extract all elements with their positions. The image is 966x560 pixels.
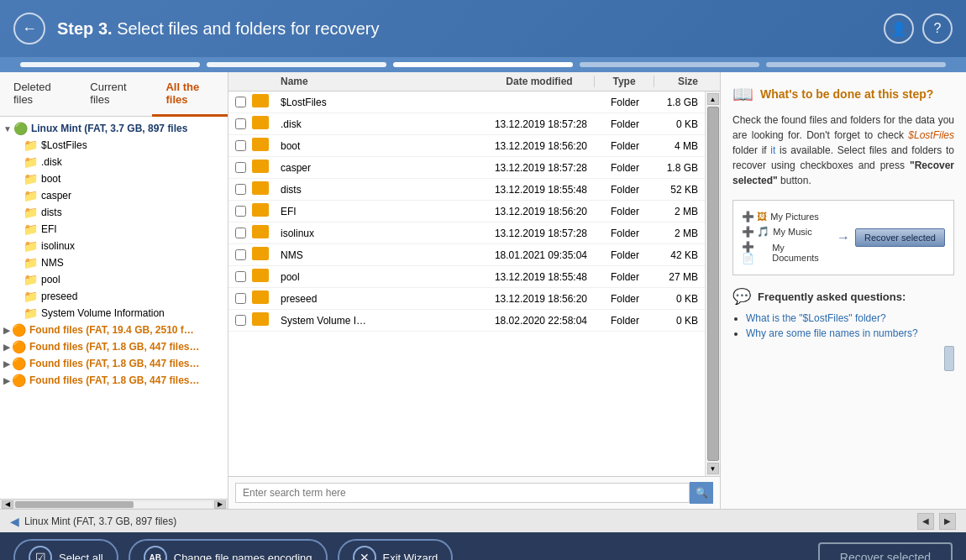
tree-item-found2[interactable]: ▶ 🟠 Found files (FAT, 1.8 GB, 447 files… xyxy=(0,338,228,355)
file-name: isolinux xyxy=(277,228,384,239)
tree-item-label: .disk xyxy=(41,156,62,168)
tree-item-found3[interactable]: ▶ 🟠 Found files (FAT, 1.8 GB, 447 files… xyxy=(0,355,228,372)
scroll-up[interactable]: ▲ xyxy=(707,93,719,105)
file-size: 2 MB xyxy=(654,206,705,217)
scroll-left[interactable]: ◀ xyxy=(2,500,13,509)
found-icon: 🟠 xyxy=(12,323,26,337)
tab-all[interactable]: All the files xyxy=(152,72,228,117)
file-size: 27 MB xyxy=(654,271,705,283)
faq-title: 💬 Frequently asked questions: xyxy=(732,287,954,306)
row-checkbox[interactable] xyxy=(235,184,246,195)
scroll-down[interactable]: ▼ xyxy=(707,463,719,474)
row-checkbox[interactable] xyxy=(235,206,246,217)
tree-item-disk[interactable]: 📁 .disk xyxy=(0,154,228,170)
demo-folder-icon: ➕ 📄 xyxy=(742,241,769,264)
exit-label: Exit Wizard xyxy=(383,552,438,561)
file-row[interactable]: $LostFiles Folder 1.8 GB xyxy=(228,92,705,113)
file-row[interactable]: NMS 18.01.2021 09:35:04 Folder 42 KB xyxy=(228,244,705,266)
scroll-thumb[interactable] xyxy=(707,107,719,461)
faq-link-1[interactable]: What is the "$LostFiles" folder? xyxy=(746,312,886,324)
select-all-label: Select all xyxy=(59,552,103,561)
tree-item-found4[interactable]: ▶ 🟠 Found files (FAT, 1.8 GB, 447 files… xyxy=(0,372,228,389)
expand-icon: ▼ xyxy=(3,124,12,133)
demo-folder-icon: ➕ 🖼 xyxy=(742,211,767,222)
file-name: .disk xyxy=(277,118,384,130)
file-size: 0 KB xyxy=(654,315,705,327)
file-row[interactable]: dists 13.12.2019 18:55:48 Folder 52 KB xyxy=(228,179,705,201)
file-date: 13.12.2019 18:57:28 xyxy=(486,228,596,239)
tree-item-boot[interactable]: 📁 boot xyxy=(0,170,228,187)
tree-item-dists[interactable]: 📁 dists xyxy=(0,204,228,221)
row-checkbox[interactable] xyxy=(235,228,246,238)
select-all-button[interactable]: ☑ Select all xyxy=(13,539,118,560)
main-content: Deleted files Current files All the file… xyxy=(0,72,966,509)
row-checkbox[interactable] xyxy=(235,249,246,260)
file-row[interactable]: pool 13.12.2019 18:55:48 Folder 27 MB xyxy=(228,266,705,288)
recover-btn-mention: "Recover selected" xyxy=(732,160,954,186)
user-button[interactable]: 👤 xyxy=(884,13,914,44)
help-button[interactable]: ? xyxy=(922,13,953,44)
scroll-right[interactable]: ▶ xyxy=(214,500,226,509)
file-list-container: $LostFiles Folder 1.8 GB .disk 13.12.201… xyxy=(228,92,720,476)
tree-item-isolinux[interactable]: 📁 isolinux xyxy=(0,238,228,254)
row-checkbox[interactable] xyxy=(235,315,246,326)
tree-item-casper[interactable]: 📁 casper xyxy=(0,187,228,204)
demo-recover-button[interactable]: Recover selected xyxy=(855,228,945,247)
file-row[interactable]: EFI 13.12.2019 18:56:20 Folder 2 MB xyxy=(228,201,705,222)
file-size: 52 KB xyxy=(654,184,705,196)
folder-icon xyxy=(252,247,269,260)
search-input[interactable] xyxy=(235,483,690,503)
found-icon: 🟠 xyxy=(12,374,26,387)
folder-icon: 📁 xyxy=(24,273,38,286)
tree-item-root[interactable]: ▼ 🟢 Linux Mint (FAT, 3.7 GB, 897 files xyxy=(0,120,228,137)
recover-selected-button[interactable]: Recover selected xyxy=(818,542,953,560)
demo-item-label: My Pictures xyxy=(770,212,818,222)
back-icon: ← xyxy=(22,20,37,38)
faq-item-2: Why are some file names in numbers? xyxy=(746,327,954,339)
encoding-label: Change file names encoding xyxy=(174,552,312,561)
tree-item-efi[interactable]: 📁 EFI xyxy=(0,221,228,238)
search-button[interactable]: 🔍 xyxy=(690,482,713,504)
file-row[interactable]: .disk 13.12.2019 18:57:28 Folder 0 KB xyxy=(228,113,705,135)
row-checkbox[interactable] xyxy=(235,118,246,129)
tree-item-preseed[interactable]: 📁 preseed xyxy=(0,288,228,305)
faq-scrollbar[interactable] xyxy=(944,346,954,371)
tab-deleted[interactable]: Deleted files xyxy=(0,72,76,117)
tree-item-sysvolinfo[interactable]: 📁 System Volume Information xyxy=(0,305,228,322)
file-name: System Volume I… xyxy=(277,315,384,327)
row-checkbox[interactable] xyxy=(235,140,246,151)
status-icon: ◀ xyxy=(10,515,19,528)
file-type: Folder xyxy=(596,97,654,108)
faq-link-2[interactable]: Why are some file names in numbers? xyxy=(746,327,918,339)
found-icon: 🟠 xyxy=(12,340,26,353)
back-button[interactable]: ← xyxy=(13,13,45,44)
file-row[interactable]: boot 13.12.2019 18:56:20 Folder 4 MB xyxy=(228,135,705,157)
file-name: NMS xyxy=(277,249,384,261)
progress-step-5 xyxy=(766,62,946,67)
faq-icon: 💬 xyxy=(732,287,751,306)
encoding-button[interactable]: AB Change file names encoding xyxy=(129,539,328,560)
demo-item-label: My Music xyxy=(773,227,811,237)
nav-left-button[interactable]: ◀ xyxy=(917,513,934,530)
file-row[interactable]: System Volume I… 18.02.2020 22:58:04 Fol… xyxy=(228,310,705,332)
row-checkbox[interactable] xyxy=(235,293,246,304)
nav-right-button[interactable]: ▶ xyxy=(939,513,956,530)
file-name: dists xyxy=(277,184,384,196)
tree-item-nms[interactable]: 📁 NMS xyxy=(0,254,228,271)
exit-icon: ✕ xyxy=(353,546,376,560)
file-size: 0 KB xyxy=(654,118,705,130)
demo-item-label: My Documents xyxy=(772,243,832,263)
row-checkbox[interactable] xyxy=(235,97,246,107)
tree-item-lostfiles[interactable]: 📁 $LostFiles xyxy=(0,137,228,154)
file-row[interactable]: casper 13.12.2019 18:57:28 Folder 1.8 GB xyxy=(228,157,705,179)
row-checkbox[interactable] xyxy=(235,271,246,282)
file-row[interactable]: preseed 13.12.2019 18:56:20 Folder 0 KB xyxy=(228,288,705,310)
row-checkbox[interactable] xyxy=(235,162,246,173)
exit-button[interactable]: ✕ Exit Wizard xyxy=(338,539,454,560)
tree-item-found1[interactable]: ▶ 🟠 Found files (FAT, 19.4 GB, 2510 f… xyxy=(0,322,228,338)
file-type: Folder xyxy=(596,118,654,130)
file-date: 18.02.2020 22:58:04 xyxy=(486,315,596,327)
file-row[interactable]: isolinux 13.12.2019 18:57:28 Folder 2 MB xyxy=(228,222,705,244)
tree-item-pool[interactable]: 📁 pool xyxy=(0,271,228,288)
tab-current[interactable]: Current files xyxy=(76,72,152,117)
